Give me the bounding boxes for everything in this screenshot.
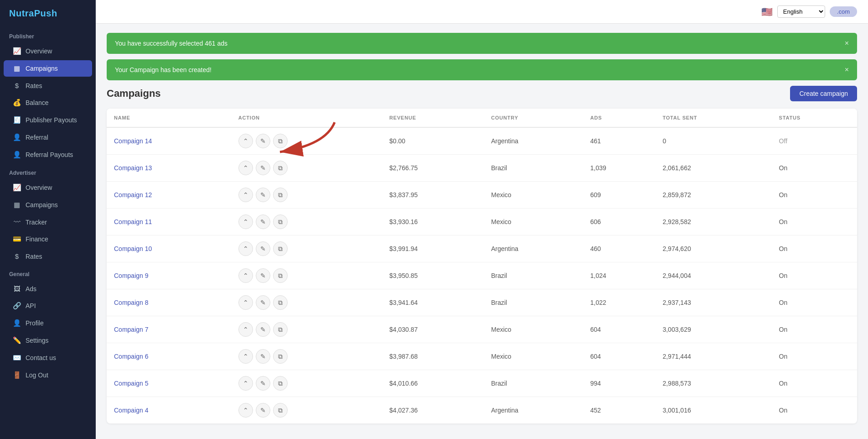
alert-close-2[interactable]: ×	[845, 66, 849, 74]
copy-button[interactable]: ⧉	[273, 134, 288, 148]
edit-button[interactable]: ✎	[256, 403, 270, 418]
table-row: Compaign 4⌃✎⧉$4,027.36Argentina4523,001,…	[107, 397, 857, 424]
sidebar-item-contact[interactable]: ✉️ Contact us	[4, 350, 92, 366]
toggle-button[interactable]: ⌃	[238, 268, 253, 283]
sidebar-item-label: Log Out	[26, 371, 48, 379]
campaign-name-cell: Compaign 7	[107, 316, 231, 343]
copy-button[interactable]: ⧉	[273, 188, 288, 202]
sidebar-item-campaigns[interactable]: ▦ Campaigns	[4, 60, 92, 77]
table-row: Compaign 9⌃✎⧉$3,950.85Brazil1,0242,944,0…	[107, 262, 857, 289]
status-cell: On	[772, 262, 857, 289]
action-group: ⌃✎⧉	[238, 241, 375, 256]
sidebar-item-label: Finance	[26, 235, 48, 243]
campaign-name-link[interactable]: Compaign 11	[114, 218, 152, 225]
revenue-cell: $3,930.16	[382, 209, 484, 235]
edit-button[interactable]: ✎	[256, 188, 270, 202]
sidebar-item-overview[interactable]: 📈 Overview	[4, 43, 92, 59]
copy-button[interactable]: ⧉	[273, 214, 288, 229]
campaign-name-link[interactable]: Compaign 14	[114, 137, 152, 145]
campaign-name-link[interactable]: Compaign 12	[114, 191, 152, 199]
campaign-action-cell: ⌃✎⧉	[231, 209, 382, 235]
sidebar-item-adv-overview[interactable]: 📈 Overview	[4, 179, 92, 196]
toggle-button[interactable]: ⌃	[238, 349, 253, 364]
edit-button[interactable]: ✎	[256, 268, 270, 283]
campaign-name-link[interactable]: Compaign 9	[114, 272, 149, 279]
sidebar-item-label: Balance	[26, 99, 49, 106]
copy-button[interactable]: ⧉	[273, 295, 288, 310]
campaigns-table-container: NAME ACTION REVENUE COUNTRY ADS TOTAL SE…	[107, 109, 857, 423]
toggle-button[interactable]: ⌃	[238, 134, 253, 148]
alert-campaign-created: Your Campaign has been created! ×	[107, 59, 857, 80]
copy-button[interactable]: ⧉	[273, 161, 288, 175]
sidebar-item-referral[interactable]: 👤 Referral	[4, 129, 92, 146]
copy-button[interactable]: ⧉	[273, 241, 288, 256]
toggle-button[interactable]: ⌃	[238, 403, 253, 418]
campaign-name-cell: Compaign 4	[107, 397, 231, 424]
sidebar-item-tracker[interactable]: 〰 Tracker	[4, 214, 92, 230]
campaign-name-link[interactable]: Compaign 4	[114, 407, 149, 414]
toggle-button[interactable]: ⌃	[238, 214, 253, 229]
sidebar-item-adv-rates[interactable]: $ Rates	[4, 248, 92, 264]
campaigns-table: NAME ACTION REVENUE COUNTRY ADS TOTAL SE…	[107, 109, 857, 423]
edit-button[interactable]: ✎	[256, 322, 270, 337]
edit-button[interactable]: ✎	[256, 161, 270, 175]
campaign-name-link[interactable]: Compaign 7	[114, 326, 149, 333]
sidebar-item-rates[interactable]: $ Rates	[4, 78, 92, 94]
country-cell: Mexico	[484, 209, 583, 235]
copy-button[interactable]: ⧉	[273, 322, 288, 337]
sidebar-item-logout[interactable]: 🚪 Log Out	[4, 367, 92, 383]
toggle-button[interactable]: ⌃	[238, 322, 253, 337]
sidebar-item-ads[interactable]: 🖼 Ads	[4, 281, 92, 297]
campaign-action-cell: ⌃✎⧉	[231, 370, 382, 397]
sidebar-item-label: API	[26, 302, 36, 309]
toggle-button[interactable]: ⌃	[238, 376, 253, 391]
table-row: Compaign 11⌃✎⧉$3,930.16Mexico6062,928,58…	[107, 209, 857, 235]
edit-button[interactable]: ✎	[256, 295, 270, 310]
campaign-name-link[interactable]: Compaign 8	[114, 299, 149, 306]
campaign-name-link[interactable]: Compaign 5	[114, 380, 149, 387]
sidebar-item-settings[interactable]: ✏️ Settings	[4, 332, 92, 349]
sidebar-item-finance[interactable]: 💳 Finance	[4, 231, 92, 247]
create-campaign-button[interactable]: Create campaign	[790, 86, 857, 101]
revenue-cell: $3,941.64	[382, 289, 484, 316]
sidebar-item-label: Campaigns	[26, 201, 58, 209]
sidebar-item-profile[interactable]: 👤 Profile	[4, 315, 92, 331]
sidebar-item-api[interactable]: 🔗 API	[4, 298, 92, 314]
header: 🇺🇸 English Spanish Portuguese .com	[96, 0, 868, 24]
revenue-cell: $4,030.87	[382, 316, 484, 343]
toggle-button[interactable]: ⌃	[238, 188, 253, 202]
copy-button[interactable]: ⧉	[273, 349, 288, 364]
ads-cell: 1,039	[583, 155, 656, 182]
total-sent-cell: 2,937,143	[655, 289, 771, 316]
status-cell: On	[772, 370, 857, 397]
copy-button[interactable]: ⧉	[273, 376, 288, 391]
sidebar-item-referral-payouts[interactable]: 👤 Referral Payouts	[4, 146, 92, 163]
sidebar-item-label: Tracker	[26, 219, 47, 226]
revenue-cell: $3,987.68	[382, 343, 484, 370]
sidebar-item-balance[interactable]: 💰 Balance	[4, 94, 92, 111]
edit-button[interactable]: ✎	[256, 241, 270, 256]
toggle-button[interactable]: ⌃	[238, 241, 253, 256]
sidebar-item-label: Referral Payouts	[26, 151, 73, 158]
sidebar-item-adv-campaigns[interactable]: ▦ Campaigns	[4, 197, 92, 213]
edit-button[interactable]: ✎	[256, 376, 270, 391]
campaign-name-link[interactable]: Compaign 10	[114, 245, 152, 252]
toggle-button[interactable]: ⌃	[238, 161, 253, 175]
language-select[interactable]: English Spanish Portuguese	[777, 5, 825, 18]
campaigns-icon: ▦	[13, 64, 21, 73]
sidebar-item-publisher-payouts[interactable]: 🧾 Publisher Payouts	[4, 112, 92, 128]
campaign-action-cell: ⌃✎⧉	[231, 397, 382, 424]
edit-button[interactable]: ✎	[256, 349, 270, 364]
campaign-name-link[interactable]: Compaign 6	[114, 353, 149, 360]
campaign-name-link[interactable]: Compaign 13	[114, 164, 152, 172]
campaign-name-cell: Compaign 12	[107, 182, 231, 209]
alert-close-1[interactable]: ×	[845, 39, 849, 47]
edit-button[interactable]: ✎	[256, 214, 270, 229]
copy-button[interactable]: ⧉	[273, 268, 288, 283]
toggle-button[interactable]: ⌃	[238, 295, 253, 310]
edit-button[interactable]: ✎	[256, 134, 270, 148]
total-sent-cell: 2,974,620	[655, 235, 771, 262]
sidebar-item-label: Rates	[26, 82, 42, 89]
col-status: STATUS	[772, 109, 857, 127]
copy-button[interactable]: ⧉	[273, 403, 288, 418]
